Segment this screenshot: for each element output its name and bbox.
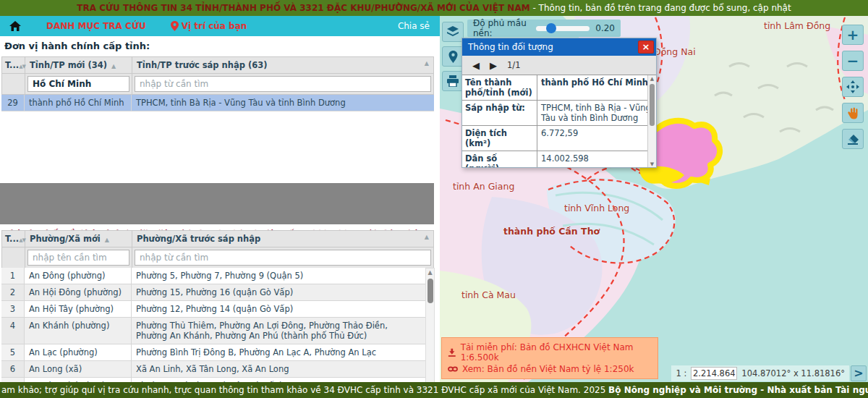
ward-table-scrollbar[interactable]: ▲ ▼: [425, 268, 435, 398]
zoom-out-button[interactable]: −: [842, 51, 864, 71]
erase-button[interactable]: [842, 129, 864, 149]
map-canvas[interactable]: tỉnh Lâm Đồng Đồng Nai tỉnh An Giang tỉn…: [440, 16, 868, 382]
app-title-bar: TRA CỨU THÔNG TIN 34 TỈNH/THÀNH PHỐ VÀ 3…: [0, 0, 868, 16]
sort-icon: ▲▼: [19, 64, 25, 69]
view-link-label: Xem: Bản đồ nền Việt Nam tỷ lệ 1:250k: [462, 364, 634, 374]
map-links-box: Tải miễn phí: Bản đồ CHXHCN Việt Nam 1:6…: [441, 337, 658, 379]
province-row-old: TPHCM, tỉnh Bà Rịa - Vũng Tàu và tỉnh Bì…: [132, 95, 434, 111]
download-icon: [448, 348, 456, 357]
view-link[interactable]: Xem: Bản đồ nền Việt Nam tỷ lệ 1:250k: [448, 364, 652, 374]
sort-asc-icon: ▲: [425, 60, 429, 70]
ward-new-filter-input[interactable]: [27, 250, 129, 266]
map-label-can-tho: thành phố Cần Thơ: [503, 226, 600, 237]
attr-value: 6.772,59: [537, 126, 656, 151]
sort-asc-icon: ▲: [111, 63, 116, 69]
map-label-an-giang: tỉnh An Giang: [453, 181, 514, 192]
sort-asc-icon: ▲: [425, 234, 429, 244]
ward-table-body: 1An Đông (phường)Phường 5, Phường 7, Phư…: [1, 268, 425, 398]
scroll-up-icon[interactable]: ▲: [648, 76, 656, 82]
feature-info-popup: Thông tin đối tượng × ◀ ▶ 1/1 Tên thành …: [461, 38, 657, 168]
table-row[interactable]: 5An Lạc (phường)Phường Bình Trị Đông B, …: [1, 344, 425, 361]
table-row[interactable]: 2An Hội Đông (phường)Phường 15, Phường 1…: [1, 284, 425, 301]
attr-value: TPHCM, tỉnh Bà Rịa - Vũng Tàu và tỉnh Bì…: [537, 101, 656, 125]
scale-prefix: 1 :: [676, 368, 686, 378]
province-table: T...▲▼ Tỉnh/TP mới (34)▲ Tỉnh/TP trước s…: [1, 56, 434, 111]
footer-bar: am khảo; trợ giúp quí vị tra cứu nhanh, …: [0, 382, 868, 398]
popup-close-button[interactable]: ×: [638, 41, 654, 54]
slider-knob[interactable]: [546, 23, 556, 33]
attr-label: Tên thành phố/tỉnh (mới): [462, 75, 537, 100]
attr-label: Dân số (người): [462, 151, 537, 167]
opacity-value: 0.20: [595, 23, 615, 33]
next-page-icon[interactable]: ▶: [490, 60, 497, 71]
ward-table-header: T...▲▼ Phường/Xã mới▲ Phường/Xã trước sá…: [1, 230, 434, 247]
collapse-panel-button[interactable]: >: [851, 365, 867, 381]
download-link-label: Tải miễn phí: Bản đồ CHXHCN Việt Nam 1:6…: [461, 342, 652, 363]
province-table-header: T...▲▼ Tỉnh/TP mới (34)▲ Tỉnh/TP trước s…: [1, 56, 434, 74]
map-label-dong-nai: Đồng Nai: [654, 46, 696, 57]
province-new-filter-input[interactable]: [27, 76, 129, 92]
province-row-num: 29: [1, 95, 25, 111]
home-icon[interactable]: [9, 20, 22, 32]
hand-drag-button[interactable]: [842, 103, 864, 123]
page-subtitle: - Thông tin, bản đồ trên trang đang được…: [530, 3, 791, 13]
nav-item-vi-tri-label: Vị trí của bạn: [182, 21, 247, 31]
nav-item-danh-muc-tra-cuu[interactable]: DANH MỤC TRA CỨU: [46, 21, 146, 31]
map-label-ca-mau: tỉnh Cà Mau: [461, 289, 516, 300]
nav-item-vi-tri[interactable]: Vị trí của bạn: [171, 21, 247, 31]
col-header-phuong-truoc[interactable]: Phường/Xã trước sáp nhập▲: [132, 231, 433, 247]
col-header-stt[interactable]: T...▲▼: [2, 231, 25, 247]
share-button[interactable]: Chia sẻ: [398, 21, 430, 31]
attr-value: thành phố Hồ Chí Minh: [537, 75, 656, 100]
table-row[interactable]: 1An Đông (phường)Phường 5, Phường 7, Phư…: [1, 268, 425, 284]
locate-button[interactable]: [442, 46, 464, 67]
page-title: TRA CỨU THÔNG TIN 34 TỈNH/THÀNH PHỐ VÀ 3…: [77, 3, 529, 13]
printer-icon: [446, 75, 459, 87]
scroll-up-icon[interactable]: ▲: [426, 269, 434, 276]
layers-icon: [446, 25, 459, 38]
scroll-down-icon[interactable]: ▼: [648, 161, 656, 167]
table-row[interactable]: 6An Long (xã)Xã An Linh, Xã Tân Long, Xã…: [1, 361, 425, 378]
popup-attribute-table: Tên thành phố/tỉnh (mới)thành phố Hồ Chí…: [462, 75, 656, 167]
table-row[interactable]: 3An Hội Tây (phường)Phường 12, Phường 14…: [1, 301, 425, 318]
layers-button[interactable]: [442, 22, 464, 42]
province-row-new: thành phố Hồ Chí Minh: [25, 95, 132, 111]
footer-text: am khảo; trợ giúp quí vị tra cứu nhanh, …: [1, 385, 608, 395]
print-button[interactable]: [442, 71, 464, 91]
province-old-filter-input[interactable]: [135, 76, 431, 92]
popup-pager: ◀ ▶ 1/1: [462, 56, 656, 75]
pan-button[interactable]: [842, 77, 864, 97]
pan-arrows-icon: [846, 80, 859, 93]
popup-scrollbar[interactable]: ▲ ▼: [647, 75, 656, 167]
eraser-icon: [846, 134, 859, 145]
ward-table-head: T...▲▼ Phường/Xã mới▲ Phường/Xã trước sá…: [1, 230, 434, 268]
link-icon: [448, 365, 458, 373]
scale-input[interactable]: [691, 367, 737, 380]
scrollbar-thumb[interactable]: [427, 279, 433, 303]
popup-title: Thông tin đối tượng: [468, 42, 553, 52]
col-header-stt[interactable]: T...▲▼: [2, 57, 25, 73]
download-link[interactable]: Tải miễn phí: Bản đồ CHXHCN Việt Nam 1:6…: [448, 342, 652, 363]
left-panel: Đơn vị hành chính cấp tỉnh: T...▲▼ Tỉnh/…: [0, 36, 440, 382]
popup-title-bar[interactable]: Thông tin đối tượng ×: [462, 38, 656, 56]
ward-old-filter-input[interactable]: [135, 250, 431, 266]
col-header-tinh-moi[interactable]: Tỉnh/TP mới (34)▲: [25, 57, 132, 73]
table-row[interactable]: 4An Khánh (phường)Phường Thủ Thiêm, Phườ…: [1, 318, 425, 344]
chevron-right-icon: >: [854, 366, 863, 380]
map-pin-icon: [448, 51, 458, 63]
col-header-phuong-moi[interactable]: Phường/Xã mới▲: [25, 231, 132, 247]
prev-page-icon[interactable]: ◀: [472, 60, 480, 71]
scrollbar-thumb[interactable]: [650, 84, 655, 126]
col-header-tinh-truoc[interactable]: Tỉnh/TP trước sáp nhập (63)▲: [132, 57, 433, 73]
province-row-selected[interactable]: 29 thành phố Hồ Chí Minh TPHCM, tỉnh Bà …: [1, 95, 434, 111]
scale-strip: 1 : 104.87012° x 11.81816°: [671, 365, 849, 381]
page-indicator: 1/1: [507, 60, 521, 70]
opacity-slider[interactable]: [536, 26, 590, 31]
zoom-in-button[interactable]: +: [842, 25, 864, 45]
map-label-lam-dong: tỉnh Lâm Đồng: [764, 20, 830, 31]
attr-label: Diện tích (km²): [462, 126, 537, 151]
nav-bar: DANH MỤC TRA CỨU Vị trí của bạn Chia sẻ: [0, 16, 440, 36]
minus-icon: −: [847, 54, 859, 68]
province-section-heading: Đơn vị hành chính cấp tỉnh:: [4, 41, 150, 51]
ward-filter-row: [1, 247, 434, 268]
